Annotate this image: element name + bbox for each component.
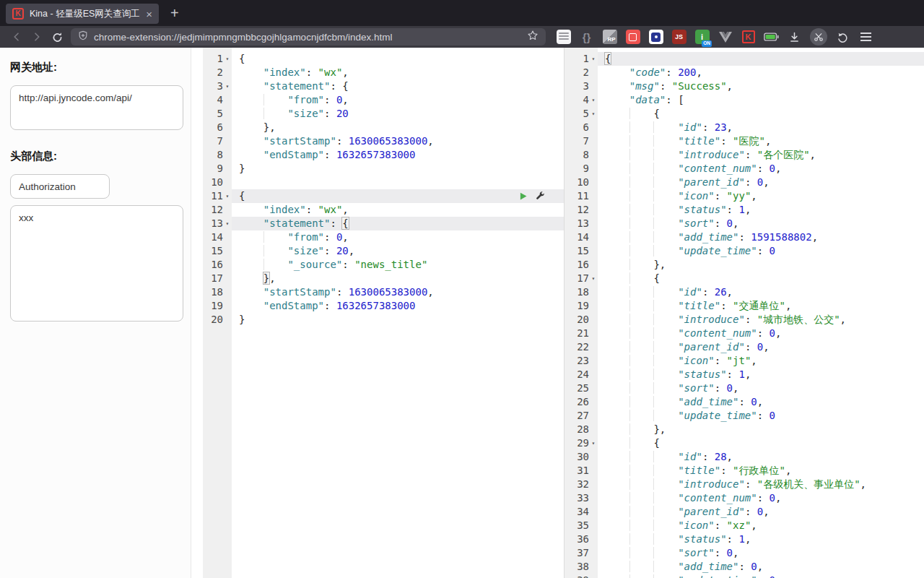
code-line-21[interactable]: 21 "content_num": 0, [565,327,924,340]
rp-extension-icon[interactable]: RP [602,30,617,45]
fold-arrow-icon[interactable]: ▾ [589,107,598,121]
url-bar[interactable]: chrome-extension://jedjmimpmngmbbcgojhlg… [71,28,546,46]
bookmark-star-icon[interactable] [527,30,539,44]
code-line-12[interactable]: 12 "index": "wx", [191,203,564,217]
code-line-23[interactable]: 23 "icon": "jt", [565,354,924,368]
forward-button[interactable] [27,27,46,46]
gateway-address-input[interactable]: http://api.jyncode.com/api/ [10,85,183,130]
code-line-22[interactable]: 22 "parent_id": 0, [565,340,924,354]
code-line-30[interactable]: 30 "id": 28, [565,450,924,464]
back-button[interactable] [7,27,26,46]
code-braces-extension-icon[interactable]: {} [579,30,594,45]
code-line-2[interactable]: 2 "code": 200, [565,66,924,79]
menu-icon[interactable] [858,30,873,45]
new-tab-button[interactable]: + [170,6,179,20]
code-line-10[interactable]: 10 [191,176,564,189]
fold-arrow-icon[interactable]: ▾ [223,217,232,230]
code-line-32[interactable]: 32 "introduce": "各级机关、事业单位", [565,478,924,491]
json-formatter-extension-icon[interactable] [556,30,571,45]
code-line-24[interactable]: 24 "status": 1, [565,368,924,381]
code-line-6[interactable]: 6 "id": 23, [565,121,924,134]
reload-button[interactable] [48,27,66,46]
vue-devtools-extension-icon[interactable] [718,30,733,45]
code-line-28[interactable]: 28 }, [565,423,924,436]
code-line-17[interactable]: 17 }, [191,272,564,285]
code-line-18[interactable]: 18 "id": 26, [565,285,924,299]
js-extension-icon[interactable]: JS [671,30,687,45]
code-line-2[interactable]: 2 "index": "wx", [191,66,564,79]
code-line-15[interactable]: 15 "size": 20, [191,244,564,258]
code-line-7[interactable]: 7 "startStamp": 1630065383000, [191,134,564,148]
code-line-18[interactable]: 18 "startStamp": 1630065383000, [191,285,564,299]
code-line-31[interactable]: 31 "title": "行政单位", [565,464,924,478]
code-line-9[interactable]: 9} [191,162,564,176]
screenshot-scissors-icon[interactable] [810,28,827,46]
code-line-1[interactable]: 1▾{ [565,52,924,66]
code-line-34[interactable]: 34 "parent_id": 0, [565,505,924,519]
fold-arrow-icon[interactable]: ▾ [589,93,598,107]
code-line-11[interactable]: 11▾{ [191,189,564,203]
undo-icon[interactable] [835,30,850,45]
code-line-7[interactable]: 7 "title": "医院", [565,134,924,148]
request-editor[interactable]: 1▾{2 "index": "wx",3▾ "statement": {4 "f… [191,48,564,578]
code-line-16[interactable]: 16 }, [565,258,924,272]
code-line-20[interactable]: 20} [191,313,564,327]
code-line-17[interactable]: 17▾ { [565,272,924,285]
code-line-12[interactable]: 12 "status": 1, [565,203,924,217]
fold-arrow-icon[interactable]: ▾ [589,436,598,450]
switch-on-extension-icon[interactable]: i ON [694,30,710,45]
battery-extension-icon[interactable] [764,30,779,45]
extension-shield-icon[interactable] [78,30,88,44]
header-key-input[interactable] [10,174,110,199]
code-line-19[interactable]: 19 "title": "交通单位", [565,299,924,313]
code-line-20[interactable]: 20 "introduce": "城市地铁、公交", [565,313,924,327]
fold-arrow-icon[interactable]: ▾ [589,272,598,285]
code-line-38[interactable]: 38 "add_time": 0, [565,560,924,574]
code-line-36[interactable]: 36 "status": 1, [565,532,924,546]
code-line-3[interactable]: 3 "msg": "Success", [565,79,924,93]
fold-gutter [589,79,598,93]
code-line-15[interactable]: 15 "update_time": 0 [565,244,924,258]
code-line-19[interactable]: 19 "endStamp": 1632657383000 [191,299,564,313]
code-line-6[interactable]: 6 }, [191,121,564,134]
code-line-13[interactable]: 13 "sort": 0, [565,217,924,230]
code-line-37[interactable]: 37 "sort": 0, [565,546,924,560]
fold-arrow-icon[interactable]: ▾ [589,52,598,66]
fold-arrow-icon[interactable]: ▾ [223,52,232,66]
code-line-5[interactable]: 5▾ { [565,107,924,121]
code-line-14[interactable]: 14 "add_time": 1591588802, [565,230,924,244]
red-app-extension-icon[interactable] [625,30,640,45]
code-line-27[interactable]: 27 "update_time": 0 [565,409,924,423]
code-line-9[interactable]: 9 "content_num": 0, [565,162,924,176]
fold-arrow-icon[interactable]: ▾ [223,79,232,93]
code-line-8[interactable]: 8 "introduce": "各个医院", [565,148,924,162]
download-icon[interactable] [787,30,802,45]
code-line-4[interactable]: 4▾ "data": [ [565,93,924,107]
kina-extension-icon[interactable]: K [741,30,756,45]
code-line-16[interactable]: 16 "_source": "news_title" [191,258,564,272]
code-line-5[interactable]: 5 "size": 20 [191,107,564,121]
response-viewer[interactable]: 1▾{2 "code": 200,3 "msg": "Success",4▾ "… [564,48,924,578]
code-line-4[interactable]: 4 "from": 0, [191,93,564,107]
code-line-8[interactable]: 8 "endStamp": 1632657383000 [191,148,564,162]
settings-wrench-button[interactable] [535,191,545,204]
code-line-1[interactable]: 1▾{ [191,52,564,66]
code-line-14[interactable]: 14 "from": 0, [191,230,564,244]
code-line-33[interactable]: 33 "content_num": 0, [565,491,924,505]
run-query-button[interactable] [519,191,528,204]
code-line-35[interactable]: 35 "icon": "xz", [565,519,924,532]
code-line-39[interactable]: 39 "update_time": 0 [565,574,924,578]
code-line-26[interactable]: 26 "add_time": 0, [565,395,924,409]
blue-dot-extension-icon[interactable] [648,30,663,45]
code-line-25[interactable]: 25 "sort": 0, [565,381,924,395]
url-text[interactable]: chrome-extension://jedjmimpmngmbbcgojhlg… [94,32,521,43]
code-line-11[interactable]: 11 "icon": "yy", [565,189,924,203]
tab-close-icon[interactable]: × [146,9,152,20]
header-value-input[interactable]: xxx [10,205,183,322]
code-line-13[interactable]: 13▾ "statement": { [191,217,564,230]
code-line-3[interactable]: 3▾ "statement": { [191,79,564,93]
code-line-29[interactable]: 29▾ { [565,436,924,450]
code-line-10[interactable]: 10 "parent_id": 0, [565,176,924,189]
fold-arrow-icon[interactable]: ▾ [223,189,232,203]
browser-tab[interactable]: K Kina - 轻量级ES网关查询工具 × [6,4,159,24]
